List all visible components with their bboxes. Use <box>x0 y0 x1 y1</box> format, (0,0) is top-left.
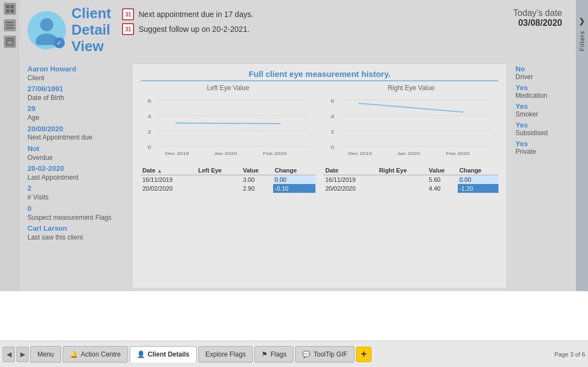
flags-icon: ⚑ <box>262 351 268 358</box>
header-center: 31 Next appointment due in 17 days. 31 S… <box>111 5 507 38</box>
client-body: Aaron Howard Client 27/06/1991 Date of B… <box>19 60 576 291</box>
right-eye-chart: Right Eye Value 6 4 2 0 <box>324 84 498 160</box>
right-sidebar: ❯ Filters <box>576 0 588 291</box>
right-eye-table: Date Right Eye Value Change 16/11/2019 5… <box>324 166 498 193</box>
left-change: 0.00 <box>273 175 315 184</box>
calendar-icon-2: 31 <box>122 23 134 35</box>
tooltip-gif-icon: 💬 <box>302 351 310 358</box>
left-col-eye: Left Eye <box>197 166 241 175</box>
svg-rect-1 <box>10 5 14 8</box>
client-name: Aaron Howard <box>27 65 121 74</box>
client-last-saw-label: Last saw this client <box>27 233 121 241</box>
svg-rect-2 <box>6 9 9 13</box>
svg-point-11 <box>40 18 53 31</box>
left-eye-svg: 6 4 2 0 <box>141 94 315 160</box>
left-eye-chart: Left Eye Value 6 4 2 0 <box>141 84 315 160</box>
client-visits-value: 2 <box>27 184 121 193</box>
svg-text:Feb 2020: Feb 2020 <box>263 151 287 156</box>
content-area: ✓ Client Detail View 31 Next appointment… <box>19 0 576 291</box>
svg-text:6: 6 <box>331 98 335 104</box>
svg-rect-6 <box>6 27 14 29</box>
client-details-icon: 👤 <box>137 351 145 358</box>
client-dob-value: 27/06/1991 <box>27 85 121 94</box>
left-eye <box>197 175 241 184</box>
private-label: Private <box>515 148 570 155</box>
prev-nav-button[interactable]: ◀ <box>3 347 15 362</box>
client-last-appt-value: 20-02-2020 <box>27 164 121 174</box>
svg-text:6: 6 <box>148 98 152 104</box>
menu-button[interactable]: Menu <box>30 346 61 363</box>
menu-label: Menu <box>37 351 54 358</box>
right-change: 0.00 <box>458 175 498 184</box>
svg-text:Dec 2019: Dec 2019 <box>348 151 373 156</box>
explore-flags-label: Explore Flags <box>206 351 246 358</box>
svg-line-21 <box>176 123 281 124</box>
action-centre-icon: 🔔 <box>70 351 78 358</box>
chart-title: Full client eye measurement history. <box>141 69 498 81</box>
svg-line-33 <box>359 103 464 112</box>
client-type: Client <box>27 74 121 82</box>
right-eye <box>378 184 428 193</box>
svg-rect-4 <box>6 22 14 23</box>
svg-text:Jan 2020: Jan 2020 <box>214 151 237 156</box>
driver-value: No <box>515 65 570 73</box>
right-table: Date Right Eye Value Change 16/11/2019 5… <box>324 166 498 193</box>
left-col-date: Date ▲ <box>141 166 197 175</box>
client-details-button[interactable]: 👤 Client Details <box>130 346 197 363</box>
svg-text:Feb 2020: Feb 2020 <box>446 151 470 156</box>
chart-area: Full client eye measurement history. Lef… <box>132 63 507 288</box>
left-eye-label: Left Eye Value <box>141 84 315 92</box>
action-centre-button[interactable]: 🔔 Action Centre <box>63 346 128 363</box>
left-change: -0.10 <box>273 184 315 193</box>
left-value: 2.90 <box>241 184 273 193</box>
chevron-right-icon[interactable]: ❯ <box>579 16 585 25</box>
svg-rect-7 <box>7 38 13 45</box>
client-flags-label: Suspect measurement Flags <box>27 214 121 221</box>
todays-date-label: Today's date <box>513 8 562 18</box>
table-row: 16/11/2019 5.60 0.00 <box>324 175 498 184</box>
sidebar-icon-1[interactable] <box>4 3 16 15</box>
client-visits-label: # Visits <box>27 193 121 201</box>
svg-text:Dec 2019: Dec 2019 <box>165 151 190 156</box>
header: ✓ Client Detail View 31 Next appointment… <box>19 0 576 60</box>
left-sidebar <box>0 0 19 291</box>
right-value: 4.40 <box>427 184 458 193</box>
smoker-label: Smoker <box>515 110 570 118</box>
avatar-checkmark: ✓ <box>54 37 65 48</box>
right-change: -1.20 <box>458 184 498 193</box>
next-nav-button[interactable]: ▶ <box>16 347 29 362</box>
client-next-appt-value: 20/08/2020 <box>27 125 121 134</box>
filters-label[interactable]: Filters <box>579 31 585 51</box>
svg-text:4: 4 <box>148 114 152 119</box>
right-date: 20/02/2020 <box>324 184 378 193</box>
medication-label: Medication <box>515 92 570 99</box>
table-row: 20/02/2020 2.90 -0.10 <box>141 184 315 193</box>
right-col-date: Date <box>324 166 378 175</box>
explore-flags-button[interactable]: Explore Flags <box>198 346 253 363</box>
left-table: Date ▲ Left Eye Value Change 16/11/2019 … <box>141 166 315 193</box>
svg-text:2: 2 <box>148 129 152 135</box>
left-date: 20/02/2020 <box>141 184 197 193</box>
appointment-row-2: 31 Suggest follow up on 20-2-2021. <box>122 23 249 35</box>
page-indicator: Page 3 of 6 <box>554 351 585 358</box>
right-eye-label: Right Eye Value <box>324 84 498 92</box>
svg-text:Jan 2020: Jan 2020 <box>397 151 420 156</box>
sidebar-icon-2[interactable] <box>4 19 16 31</box>
client-age-value: 29 <box>27 104 121 114</box>
taskbar: ◀ ▶ Menu 🔔 Action Centre 👤 Client Detail… <box>0 341 588 367</box>
subsidised-value: Yes <box>515 121 570 129</box>
tooltip-gif-button[interactable]: 💬 ToolTip GIF <box>295 346 354 363</box>
appointment-text-2: Suggest follow up on 20-2-2021. <box>138 25 249 34</box>
smoker-value: Yes <box>515 102 570 110</box>
avatar-section: ✓ Client Detail View <box>27 5 111 55</box>
add-button[interactable]: + <box>356 347 371 362</box>
header-right: Today's date 03/08/2020 <box>508 5 568 31</box>
table-row: 20/02/2020 4.40 -1.20 <box>324 184 498 193</box>
tooltip-gif-label: ToolTip GIF <box>313 351 347 358</box>
client-last-appt-label: Last Appointment <box>27 174 121 181</box>
client-dob-label: Date of Birth <box>27 94 121 102</box>
left-value: 3.00 <box>241 175 273 184</box>
sidebar-icon-3[interactable] <box>4 36 16 48</box>
client-overdue-value: Not <box>27 144 121 154</box>
flags-button[interactable]: ⚑ Flags <box>254 346 293 363</box>
